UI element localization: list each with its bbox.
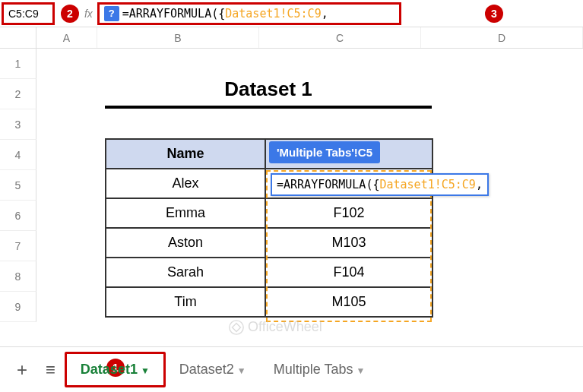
cell-name[interactable]: Emma [106,198,265,228]
grid: 1 2 3 4 5 6 7 8 9 Dataset 1 Name Alex Em… [0,49,583,322]
cell-reference-tooltip: 'Multiple Tabs'!C5 [269,141,380,163]
table-row: TimM105 [106,287,432,317]
row-header[interactable]: 6 [0,201,36,231]
col-header-a[interactable]: A [36,27,97,48]
formula-prefix: =ARRAYFORMULA({ [122,7,225,21]
inline-formula-ref: Dataset1!C5:C9 [379,178,475,191]
inline-formula-editor[interactable]: =ARRAYFORMULA({Dataset1!C5:C9, [271,173,489,196]
all-sheets-button[interactable]: ≡ [36,360,65,380]
row-header[interactable]: 7 [0,231,36,261]
sheet-tab-bar: + ≡ 1 Dataset1▼ Dataset2▼ Multiple Tabs▼ [0,346,583,392]
cells-area[interactable]: Dataset 1 Name Alex EmmaF102 AstonM103 S… [36,49,583,322]
row-header[interactable]: 5 [0,170,36,201]
inline-formula-suffix: , [476,178,483,191]
tab-label: Dataset1 [81,362,138,377]
data-table: Name Alex EmmaF102 AstonM103 SarahF104 T… [105,138,433,318]
sheet-title: Dataset 1 [105,77,432,109]
tab-label: Dataset2 [179,362,234,377]
row-headers: 1 2 3 4 5 6 7 8 9 [0,49,36,322]
name-box[interactable]: C5:C9 [2,2,55,25]
sheet-tab-multiple-tabs[interactable]: Multiple Tabs▼ [260,354,379,385]
callout-badge-2: 2 [61,5,79,23]
cell-name[interactable]: Tim [106,287,265,317]
chevron-down-icon[interactable]: ▼ [141,365,150,376]
row-header[interactable]: 1 [0,49,36,79]
col-header-d[interactable]: D [421,27,583,48]
column-headers: A B C D [0,27,583,49]
tab-label: Multiple Tabs [274,362,353,377]
add-sheet-button[interactable]: + [8,359,36,381]
sheet-tab-dataset2[interactable]: Dataset2▼ [166,354,260,385]
row-header[interactable]: 3 [0,109,36,140]
row-header[interactable]: 9 [0,292,36,322]
formula-suffix: , [322,7,328,21]
header-name: Name [106,139,265,169]
formula-text[interactable]: =ARRAYFORMULA({Dataset1!C5:C9, [122,7,328,21]
inline-formula-prefix: =ARRAYFORMULA({ [277,178,379,191]
cell-id[interactable]: F102 [265,198,432,228]
formula-bar: C5:C9 2 ▼ fx ? =ARRAYFORMULA({Dataset1!C… [0,0,583,27]
col-header-c[interactable]: C [259,27,421,48]
formula-help-icon[interactable]: ? [104,6,119,21]
select-all-corner[interactable] [0,27,36,48]
row-header[interactable]: 2 [0,79,36,109]
cell-id[interactable]: M103 [265,228,432,258]
row-header[interactable]: 8 [0,261,36,292]
table-row: EmmaF102 [106,198,432,228]
chevron-down-icon[interactable]: ▼ [356,365,365,376]
formula-input-wrap[interactable]: ? =ARRAYFORMULA({Dataset1!C5:C9, [97,2,401,25]
fx-icon: fx [80,8,97,20]
chevron-down-icon[interactable]: ▼ [237,365,246,376]
row-header[interactable]: 4 [0,140,36,170]
cell-id[interactable]: F104 [265,258,432,287]
cell-name[interactable]: Aston [106,228,265,258]
callout-badge-3: 3 [485,5,503,23]
sheet-tab-dataset1[interactable]: Dataset1▼ [65,352,166,387]
table-row: SarahF104 [106,258,432,287]
col-header-b[interactable]: B [97,27,259,48]
cell-name[interactable]: Sarah [106,258,265,287]
cell-id[interactable]: M105 [265,287,432,317]
table-row: AstonM103 [106,228,432,258]
svg-point-0 [230,321,243,334]
formula-ref: Dataset1!C5:C9 [225,7,321,21]
cell-name[interactable]: Alex [106,169,265,198]
